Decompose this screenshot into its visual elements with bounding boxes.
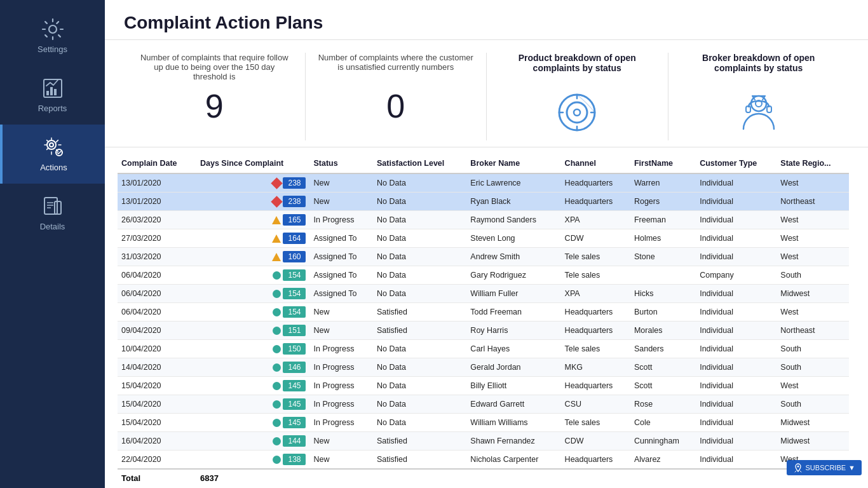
details-icon [41,195,64,218]
cell-channel: Headquarters [561,377,630,395]
cell-channel: Tele sales [561,414,630,432]
col-firstname: FirstName [630,154,696,173]
col-days-since: Days Since Complaint [196,154,310,173]
subscribe-button[interactable]: SUBSCRIBE ▼ [787,460,862,475]
col-custtype: Customer Type [696,154,776,173]
sidebar-label-actions: Actions [40,163,67,172]
cell-satisfaction: No Data [373,193,466,211]
cell-satisfaction: No Data [373,414,466,432]
table-row[interactable]: 10/04/2020150In ProgressNo DataCarl Haye… [118,340,849,358]
cell-date: 10/04/2020 [118,340,196,358]
cell-satisfaction: No Data [373,229,466,248]
table-row[interactable]: 13/01/2020238NewNo DataEric LawrenceHead… [118,173,849,193]
table-row[interactable]: 27/03/2020164Assigned ToNo DataSteven Lo… [118,229,849,248]
sidebar-item-settings[interactable]: Settings [0,6,105,65]
cell-firstname: Rose [630,395,696,414]
actions-icon [43,136,65,159]
table-section: Complain Date Days Since Complaint Statu… [105,147,868,488]
summary-card-product[interactable]: Product breakdown of open complaints by … [487,53,668,140]
cell-days: 154 [196,285,310,303]
cell-status: Assigned To [309,266,373,285]
main-content: Complaint Action Plans Number of complai… [105,0,868,488]
cell-firstname: Cunningham [630,432,696,451]
sidebar-item-details[interactable]: Details [0,184,105,243]
table-footer-row: Total 6837 [118,469,849,487]
cell-status: In Progress [309,377,373,395]
sidebar-item-reports[interactable]: Reports [0,65,105,125]
table-row[interactable]: 15/04/2020145In ProgressNo DataEdward Ga… [118,395,849,414]
cell-date: 06/04/2020 [118,285,196,303]
cell-firstname: Warren [630,173,696,193]
svg-rect-4 [54,89,57,95]
summary-card-broker[interactable]: Broker breakdown of open complaints by s… [668,53,850,140]
cell-firstname: Burton [630,303,696,322]
cell-date: 14/04/2020 [118,358,196,377]
cell-firstname: Freeman [630,211,696,229]
summary-desc-2: Number of complaints where the customer … [318,53,474,85]
cell-firstname: Scott [630,358,696,377]
cell-custtype: Individual [696,432,776,451]
cell-channel: Headquarters [561,303,630,322]
cell-custtype: Individual [696,358,776,377]
summary-value-1: 9 [205,90,224,123]
table-row[interactable]: 06/04/2020154NewSatisfiedTodd FreemanHea… [118,303,849,322]
cell-channel: Tele sales [561,248,630,266]
cell-region: South [776,395,849,414]
svg-point-6 [50,143,53,147]
cell-custtype: Individual [696,229,776,248]
svg-point-0 [49,25,57,33]
footer-label: Total [118,469,196,487]
col-satisfaction: Satisfaction Level [373,154,466,173]
cell-satisfaction: No Data [373,340,466,358]
table-row[interactable]: 14/04/2020146In ProgressNo DataGerald Jo… [118,358,849,377]
cell-satisfaction: No Data [373,248,466,266]
cell-firstname [630,266,696,285]
cell-status: In Progress [309,395,373,414]
cell-channel: MKG [561,358,630,377]
complaints-table: Complain Date Days Since Complaint Statu… [118,154,849,487]
table-row[interactable]: 26/03/2020165In ProgressNo DataRaymond S… [118,211,849,229]
cell-region: West [776,211,849,229]
broker-breakdown-icon [733,87,784,140]
cell-days: 164 [196,229,310,248]
cell-satisfaction: No Data [373,211,466,229]
cell-channel: CSU [561,395,630,414]
cell-satisfaction: Satisfied [373,322,466,340]
cell-broker: William Williams [466,414,560,432]
cell-broker: Andrew Smith [466,248,560,266]
cell-channel: XPA [561,285,630,303]
table-row[interactable]: 09/04/2020151NewSatisfiedRoy HarrisHeadq… [118,322,849,340]
cell-date: 15/04/2020 [118,414,196,432]
cell-date: 15/04/2020 [118,377,196,395]
table-row[interactable]: 22/04/2020138NewSatisfiedNicholas Carpen… [118,451,849,470]
page-title: Complaint Action Plans [124,13,849,33]
summary-desc-1: Number of complaints that require follow… [137,53,292,85]
table-row[interactable]: 15/04/2020145In ProgressNo DataWilliam W… [118,414,849,432]
cell-status: New [309,303,373,322]
table-row[interactable]: 31/03/2020160Assigned ToNo DataAndrew Sm… [118,248,849,266]
table-row[interactable]: 06/04/2020154Assigned ToNo DataWilliam F… [118,285,849,303]
table-row[interactable]: 13/01/2020238NewNo DataRyan BlackHeadqua… [118,193,849,211]
svg-rect-3 [50,87,53,95]
cell-broker: Steven Long [466,229,560,248]
table-row[interactable]: 06/04/2020154Assigned ToNo DataGary Rodr… [118,266,849,285]
cell-channel: Tele sales [561,340,630,358]
sidebar-item-actions[interactable]: Actions [0,125,105,184]
summary-title-3: Product breakdown of open complaints by … [499,53,655,73]
cell-custtype: Individual [696,377,776,395]
table-row[interactable]: 15/04/2020145In ProgressNo DataBilly Ell… [118,377,849,395]
table-row[interactable]: 16/04/2020144NewSatisfiedShawn Fernandez… [118,432,849,451]
cell-days: 238 [196,193,310,211]
cell-channel: Headquarters [561,322,630,340]
cell-firstname: Alvarez [630,451,696,470]
cell-broker: Nicholas Carpenter [466,451,560,470]
cell-status: New [309,451,373,470]
cell-status: New [309,193,373,211]
cell-satisfaction: No Data [373,395,466,414]
cell-custtype: Individual [696,303,776,322]
cell-date: 27/03/2020 [118,229,196,248]
cell-custtype: Individual [696,248,776,266]
cell-region: Northeast [776,193,849,211]
cell-custtype: Company [696,266,776,285]
cell-days: 145 [196,395,310,414]
